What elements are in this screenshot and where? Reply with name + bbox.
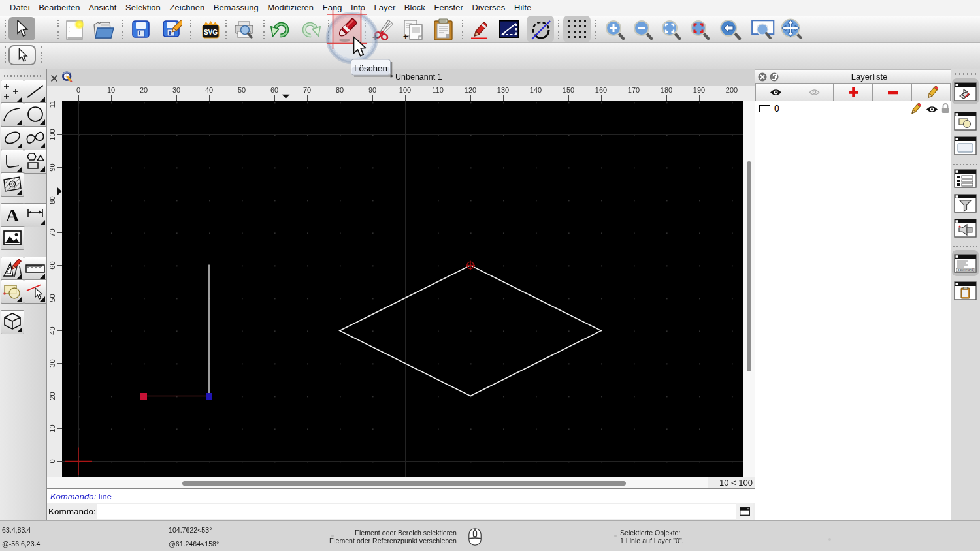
svg-text:10: 10 bbox=[48, 424, 56, 432]
svg-text:40: 40 bbox=[48, 326, 56, 334]
svg-text:20: 20 bbox=[140, 86, 148, 94]
svg-text:A: A bbox=[6, 205, 20, 225]
svg-text:80: 80 bbox=[336, 86, 344, 94]
svg-text:60: 60 bbox=[270, 86, 278, 94]
svg-text:100: 100 bbox=[48, 129, 56, 140]
svg-text:120: 120 bbox=[465, 86, 476, 94]
svg-text:100: 100 bbox=[399, 86, 411, 94]
svg-text:40: 40 bbox=[205, 86, 213, 94]
svg-text:50: 50 bbox=[238, 86, 246, 94]
svg-text:80: 80 bbox=[48, 196, 56, 204]
svg-text:150: 150 bbox=[563, 86, 574, 94]
svg-text:+: + bbox=[372, 32, 378, 41]
svg-text:20: 20 bbox=[48, 392, 56, 400]
svg-text:110: 110 bbox=[48, 101, 56, 108]
svg-text:90: 90 bbox=[368, 86, 376, 94]
svg-text:190: 190 bbox=[693, 86, 705, 94]
svg-text:+: + bbox=[403, 31, 408, 41]
svg-text:90: 90 bbox=[48, 163, 56, 171]
svg-text:30: 30 bbox=[48, 359, 56, 367]
svg-text:60: 60 bbox=[48, 261, 56, 269]
svg-text:10: 10 bbox=[107, 86, 115, 94]
svg-text:SVG: SVG bbox=[204, 29, 218, 36]
svg-text:50: 50 bbox=[48, 294, 56, 302]
svg-text:160: 160 bbox=[595, 86, 607, 94]
svg-text:170: 170 bbox=[628, 86, 640, 94]
svg-text:0: 0 bbox=[76, 86, 80, 94]
svg-text:130: 130 bbox=[497, 86, 509, 94]
svg-text:140: 140 bbox=[530, 86, 542, 94]
svg-text:70: 70 bbox=[48, 228, 56, 236]
svg-text:70: 70 bbox=[303, 86, 311, 94]
svg-text:110: 110 bbox=[432, 86, 444, 94]
svg-text:c command: c command bbox=[958, 268, 973, 272]
svg-text:180: 180 bbox=[661, 86, 672, 94]
svg-text:200: 200 bbox=[726, 86, 738, 94]
svg-text:0: 0 bbox=[48, 459, 56, 463]
svg-text:30: 30 bbox=[172, 86, 180, 94]
